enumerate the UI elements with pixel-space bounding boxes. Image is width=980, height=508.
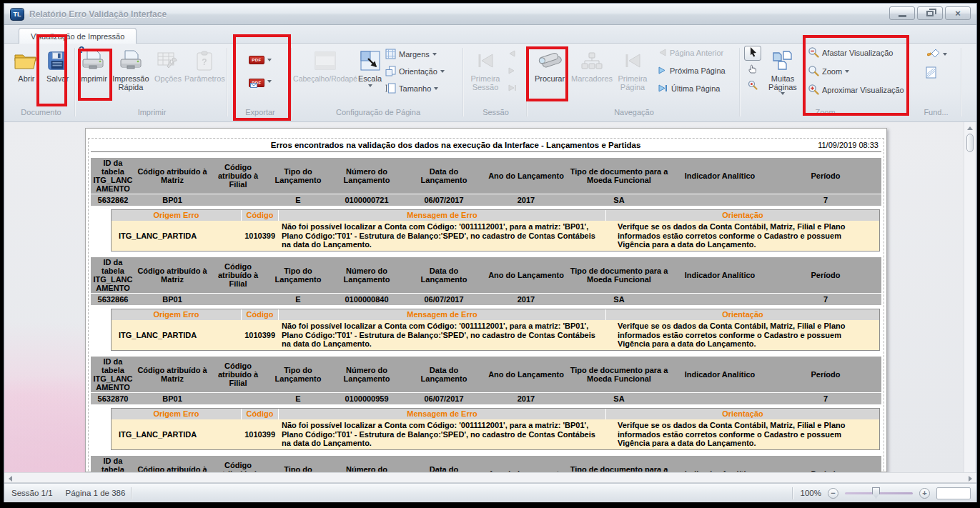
column-header: Código atribuído à Matriz [135, 257, 209, 293]
zoom-in-button[interactable]: + [919, 488, 930, 499]
cell-codigo-erro: 1010399 [242, 419, 279, 449]
cell-periodo: 7 [770, 294, 881, 305]
column-header: Mensagem de Erro [279, 210, 606, 221]
column-header: Origem Erro [112, 309, 242, 320]
escala-button[interactable]: Escala [357, 46, 383, 89]
options-icon [157, 47, 179, 74]
cell-origem-erro: ITG_LANC_PARTIDA [112, 320, 242, 350]
column-header: Ano do Lançamento [484, 357, 568, 392]
cell-codigo-erro: 1010399 [242, 221, 279, 251]
ultima-pagina-button[interactable]: Última Página [658, 81, 726, 96]
cell-tipo: E [267, 194, 330, 206]
column-header: Indicador Analítico [670, 357, 770, 392]
scroll-right-icon[interactable] [969, 476, 972, 482]
zoom-percent-label: 100% [801, 489, 821, 497]
muitas-paginas-button[interactable]: Muitas Páginas [763, 46, 802, 96]
cell-periodo: 7 [770, 194, 881, 206]
group-label-fundo: Fund... [910, 107, 962, 119]
session-next-icon[interactable] [508, 64, 518, 77]
cell-matriz: BP01 [135, 393, 209, 404]
marcadores-button[interactable]: Marcadores [570, 46, 613, 84]
column-header: Tipo do Lançamento [267, 158, 330, 194]
column-header: Período [770, 158, 881, 194]
parametros-button[interactable]: ? Parâmetros [183, 46, 227, 84]
error-subtable-header: Origem Erro Código Mensagem de Erro Orie… [112, 409, 879, 419]
error-subtable-header: Origem Erro Código Mensagem de Erro Orie… [112, 210, 879, 221]
zoom-out-button[interactable]: − [828, 488, 838, 499]
scroll-left-icon[interactable] [9, 476, 12, 482]
report-title-row: Erros encontrados na validação dos dados… [91, 139, 881, 152]
chevron-down-icon [943, 53, 947, 56]
hand-icon [748, 63, 758, 76]
main-table-row: 5632870 BP01 E 0100000959 06/07/2017 201… [91, 392, 881, 404]
zoom-slider-thumb[interactable] [872, 487, 880, 499]
pointer-tool-button[interactable] [744, 46, 761, 61]
column-header: Origem Erro [112, 210, 242, 221]
statusbar-box [936, 487, 971, 499]
cell-numero: 0100000721 [330, 194, 404, 206]
primeira-pagina-button[interactable]: Primeira Página [613, 46, 652, 93]
proxima-pagina-button[interactable]: Próxima Página [658, 64, 726, 78]
zoom-region-tool-button[interactable] [744, 79, 761, 94]
vertical-scrollbar[interactable] [964, 122, 975, 472]
fill-background-icon [926, 47, 940, 61]
page-size-icon [385, 83, 396, 95]
session-previous-icon[interactable] [508, 47, 518, 60]
cabecalho-rodape-button[interactable]: Cabeçalho/Rodapé [294, 46, 357, 84]
orientacao-button[interactable]: Orientação [385, 64, 445, 79]
column-header: Orientação [606, 309, 879, 320]
cell-matriz: BP01 [135, 294, 209, 305]
column-header: Orientação [606, 210, 879, 221]
column-header: Período [770, 257, 881, 293]
close-button[interactable]: × [945, 6, 971, 20]
chevron-down-icon [432, 53, 437, 56]
minimize-button[interactable] [889, 6, 915, 20]
column-header: Mensagem de Erro [279, 309, 606, 320]
pointer-cursor-icon [748, 46, 758, 60]
hand-tool-button[interactable] [744, 62, 761, 77]
group-label-navegacao: Navegação [528, 107, 741, 119]
cor-fundo-button[interactable] [926, 47, 947, 61]
close-icon: × [955, 9, 961, 18]
watermark-icon [926, 66, 937, 81]
scroll-up-icon[interactable] [967, 126, 973, 130]
horizontal-scrollbar[interactable] [4, 472, 976, 483]
quick-print-icon [119, 47, 143, 74]
column-header: Mensagem de Erro [279, 409, 606, 419]
pagina-anterior-button[interactable]: Página Anterior [658, 46, 726, 60]
cell-indicador [670, 393, 770, 404]
cell-codigo-erro: 1010399 [242, 320, 279, 350]
margens-button[interactable]: Margens [385, 47, 445, 61]
column-header: Data do Lançamento [404, 357, 484, 392]
group-label-imprimir: Imprimir [76, 107, 228, 119]
session-last-icon[interactable] [508, 81, 518, 94]
chevron-down-icon [781, 92, 785, 95]
tamanho-button[interactable]: Tamanho [385, 81, 445, 96]
column-header: Código atribuído à Matriz [135, 357, 209, 392]
report-page: Erros encontrados na validação dos dados… [85, 128, 887, 472]
error-subtable: Origem Erro Código Mensagem de Erro Orie… [111, 309, 880, 351]
svg-text:?: ? [202, 57, 207, 67]
main-table-row: 5632866 BP01 E 0100000840 06/07/2017 201… [91, 293, 881, 305]
many-pages-icon [772, 47, 793, 74]
column-header: Tipo de documento para a Moeda Funcional [568, 357, 670, 392]
report-title: Erros encontrados na validação dos dados… [94, 141, 818, 149]
report-blocks: ID da tabela ITG_LANCAMENTO Código atrib… [91, 158, 881, 472]
vertical-scroll-thumb[interactable] [966, 134, 974, 152]
primeira-sessao-button[interactable]: Primeira Sessão [465, 46, 505, 93]
column-header: Código atribuído à Filial [209, 158, 267, 194]
main-table-header: ID da tabela ITG_LANCAMENTO Código atrib… [91, 456, 881, 472]
error-subtable-header: Origem Erro Código Mensagem de Erro Orie… [112, 309, 879, 320]
impressao-rapida-button[interactable]: Impressão Rápida [109, 46, 153, 93]
zoom-slider[interactable] [845, 492, 913, 494]
highlight-box-salvar [36, 34, 67, 106]
column-header: Tipo de documento para a Moeda Funcional [568, 158, 670, 194]
restore-button[interactable] [917, 6, 943, 20]
marca-dagua-button[interactable] [926, 66, 947, 81]
minimize-icon [899, 15, 906, 17]
opcoes-button[interactable]: Opções [153, 46, 183, 84]
error-subtable-row: ITG_LANC_PARTIDA 1010399 Não foi possíve… [112, 419, 879, 449]
cell-id: 5632866 [91, 294, 135, 305]
first-session-icon [475, 47, 495, 74]
status-bar: Sessão 1/1 Página 1 de 386 100% − + [4, 483, 976, 502]
